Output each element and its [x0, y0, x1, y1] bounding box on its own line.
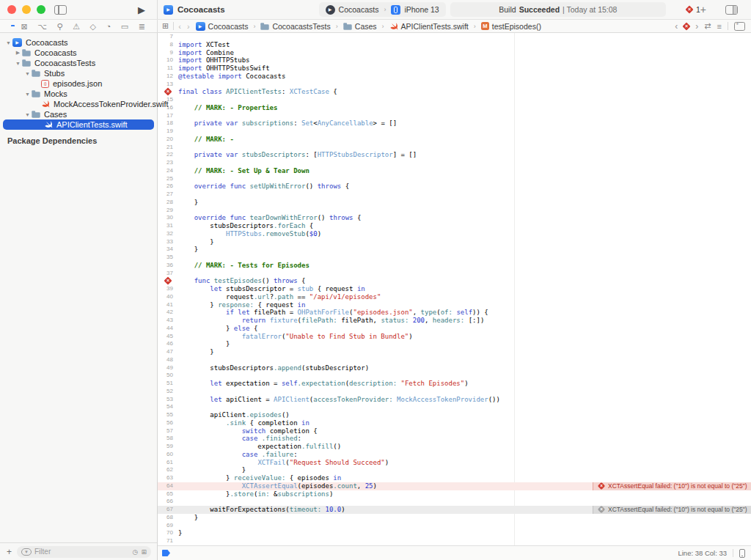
- code-line[interactable]: 56 .sink { completion in: [158, 419, 751, 427]
- line-number[interactable]: 25: [158, 175, 178, 183]
- code-line[interactable]: 51 let expectation = self.expectation(de…: [158, 380, 751, 388]
- line-number[interactable]: 45: [158, 333, 178, 341]
- line-number[interactable]: 67: [158, 506, 178, 514]
- toggle-navigator-icon[interactable]: [54, 5, 67, 15]
- line-number[interactable]: 33: [158, 238, 178, 246]
- code-line[interactable]: 33 }: [158, 238, 751, 246]
- code-line[interactable]: 43 return fixture(filePath: filePath, st…: [158, 317, 751, 325]
- line-number[interactable]: 47: [158, 348, 178, 356]
- code-line[interactable]: 44 } else {: [158, 325, 751, 333]
- line-number[interactable]: 32: [158, 230, 178, 238]
- code-line[interactable]: 59 expectation.fulfill(): [158, 443, 751, 451]
- line-number[interactable]: 48: [158, 356, 178, 364]
- line-number[interactable]: 39: [158, 285, 178, 293]
- code-line[interactable]: 10import OHHTTPStubs: [158, 56, 751, 65]
- line-number[interactable]: 10: [158, 56, 178, 65]
- line-number[interactable]: 49: [158, 364, 178, 372]
- line-number[interactable]: 11: [158, 65, 178, 73]
- source-control-filter-icon[interactable]: ⊞: [141, 548, 147, 556]
- disclosure-chevron-icon[interactable]: ▼: [4, 40, 12, 45]
- next-issue-icon[interactable]: ›: [695, 21, 698, 32]
- line-number[interactable]: 20: [158, 136, 178, 144]
- code-line[interactable]: 55 apiClient.episodes(): [158, 411, 751, 419]
- code-line[interactable]: 45 fatalError("Unable to Find Stub in Bu…: [158, 333, 751, 341]
- line-number[interactable]: 55: [158, 411, 178, 419]
- code-line[interactable]: 15: [158, 96, 751, 104]
- code-line[interactable]: 19: [158, 128, 751, 136]
- line-number[interactable]: 22: [158, 151, 178, 159]
- disclosure-chevron-icon[interactable]: ▼: [23, 112, 32, 117]
- issue-navigator-icon[interactable]: ⚠: [73, 21, 80, 32]
- code-line[interactable]: 50: [158, 372, 751, 380]
- code-line[interactable]: 58 case .finished:: [158, 435, 751, 443]
- find-navigator-icon[interactable]: ⚲: [57, 21, 63, 32]
- line-number[interactable]: 19: [158, 128, 178, 136]
- code-line[interactable]: 13: [158, 81, 751, 89]
- line-number[interactable]: 70: [158, 529, 178, 537]
- line-number[interactable]: 60: [158, 451, 178, 459]
- adjust-editor-icon[interactable]: ≡: [717, 22, 722, 31]
- tree-item-mockaccesstokenprovider-swift[interactable]: MockAccessTokenProvider.swift: [0, 99, 157, 109]
- code-line[interactable]: 35: [158, 254, 751, 262]
- code-line[interactable]: 54: [158, 403, 751, 411]
- line-number[interactable]: 41: [158, 301, 178, 309]
- code-line[interactable]: × func testEpisodes() throws {: [158, 277, 751, 285]
- line-number[interactable]: 62: [158, 466, 178, 474]
- previous-issue-icon[interactable]: ‹: [675, 21, 678, 32]
- related-items-icon[interactable]: ⊞: [162, 21, 169, 31]
- breadcrumb-item[interactable]: Cocoacasts: [208, 22, 249, 31]
- code-line[interactable]: 52: [158, 388, 751, 396]
- line-number[interactable]: 35: [158, 254, 178, 262]
- breadcrumb-item[interactable]: Cases: [355, 22, 377, 31]
- test-navigator-icon[interactable]: ◇: [90, 21, 96, 32]
- code-line[interactable]: 26 override func setUpWithError() throws…: [158, 183, 751, 191]
- line-number[interactable]: 15: [158, 96, 178, 104]
- line-number[interactable]: 54: [158, 403, 178, 411]
- code-line[interactable]: 21: [158, 144, 751, 152]
- cursor-position[interactable]: Line: 38 Col: 33: [678, 549, 727, 557]
- line-number[interactable]: 34: [158, 246, 178, 254]
- report-navigator-icon[interactable]: ≣: [139, 21, 145, 32]
- symbol-navigator-icon[interactable]: ⌥: [37, 21, 47, 32]
- scheme-name[interactable]: Cocoacasts: [339, 5, 379, 14]
- line-number[interactable]: 23: [158, 159, 178, 167]
- code-line[interactable]: 42 if let filePath = OHPathForFile("epis…: [158, 309, 751, 317]
- code-line[interactable]: 71: [158, 537, 751, 545]
- disclosure-chevron-icon[interactable]: ▼: [23, 71, 32, 76]
- breakpoints-toggle-icon[interactable]: [162, 550, 170, 556]
- code-line[interactable]: 20 // MARK: -: [158, 136, 751, 144]
- line-number[interactable]: 71: [158, 537, 178, 545]
- line-number[interactable]: 28: [158, 199, 178, 207]
- code-line[interactable]: 29: [158, 207, 751, 215]
- tree-item-stubs[interactable]: ▼Stubs: [0, 68, 157, 78]
- code-line[interactable]: 57 switch completion {: [158, 427, 751, 435]
- code-line[interactable]: 23: [158, 159, 751, 167]
- code-line[interactable]: 60 case .failure:: [158, 451, 751, 459]
- line-number[interactable]: 52: [158, 388, 178, 396]
- device-preview-icon[interactable]: [739, 549, 745, 558]
- scheme-selector[interactable]: ▶ Cocoacasts › iPhone 13: [319, 2, 446, 17]
- disclosure-chevron-icon[interactable]: ▼: [23, 92, 32, 97]
- line-number[interactable]: 26: [158, 183, 178, 191]
- line-number[interactable]: 50: [158, 372, 178, 380]
- line-number[interactable]: 17: [158, 112, 178, 120]
- breakpoint-navigator-icon[interactable]: ▭: [121, 21, 128, 32]
- code-line[interactable]: 12@testable import Cocoacasts: [158, 73, 751, 81]
- code-line[interactable]: 53 let apiClient = APIClient(accessToken…: [158, 396, 751, 404]
- tree-item-cocoacaststests[interactable]: ▼CocoacastsTests: [0, 58, 157, 68]
- code-line[interactable]: 66: [158, 498, 751, 506]
- line-number[interactable]: 8: [158, 41, 178, 49]
- go-back-icon[interactable]: ‹: [178, 22, 181, 31]
- line-number[interactable]: 21: [158, 144, 178, 152]
- add-tab-button[interactable]: +: [700, 4, 706, 15]
- code-line[interactable]: 64 XCTAssertEqual(episodes.count, 25)×XC…: [158, 482, 751, 490]
- code-line[interactable]: 67 waitForExpectations(timeout: 10.0)×XC…: [158, 506, 751, 514]
- current-issue-icon[interactable]: ×: [683, 22, 691, 30]
- tree-item-cocoacasts[interactable]: ▶Cocoacasts: [0, 48, 157, 58]
- line-number[interactable]: 9: [158, 49, 178, 57]
- line-error-icon[interactable]: ×: [158, 277, 178, 285]
- code-area[interactable]: 78import XCTest9import Combine10import O…: [158, 33, 751, 545]
- code-line[interactable]: 46 }: [158, 340, 751, 348]
- line-number[interactable]: 18: [158, 119, 178, 128]
- code-line[interactable]: 8import XCTest: [158, 41, 751, 49]
